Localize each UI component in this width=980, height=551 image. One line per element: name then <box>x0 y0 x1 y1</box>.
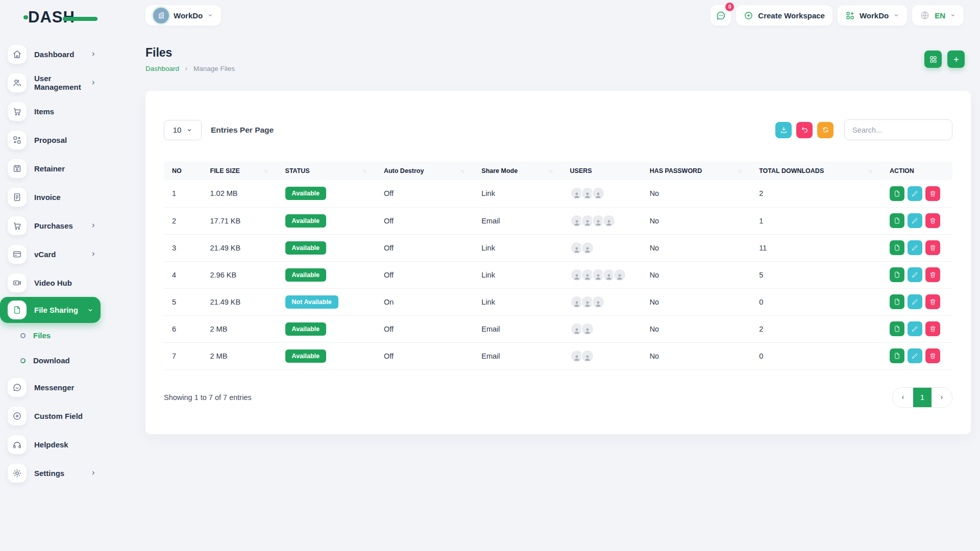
sort-icon[interactable]: ↑↓ <box>362 168 368 174</box>
status-badge: Available <box>285 268 326 282</box>
delete-button[interactable] <box>925 294 940 309</box>
edit-button[interactable] <box>908 348 922 363</box>
pencil-icon <box>911 271 919 279</box>
sidebar-item-settings[interactable]: Settings <box>0 459 119 487</box>
cell-file-size: 21.49 KB <box>202 234 277 261</box>
sidebar-subitem-download[interactable]: Download <box>0 348 119 373</box>
pencil-icon <box>911 190 919 197</box>
sort-icon[interactable]: ↑↓ <box>549 168 554 174</box>
sidebar-item-messenger[interactable]: Messenger <box>0 373 119 402</box>
sidebar-subitem-files[interactable]: Files <box>0 323 119 348</box>
sort-icon[interactable]: ↑↓ <box>738 168 743 174</box>
edit-button[interactable] <box>908 267 922 282</box>
undo-button[interactable] <box>796 122 813 138</box>
breadcrumb-dashboard-link[interactable]: Dashboard <box>145 65 179 72</box>
person-icon <box>583 354 592 362</box>
page-number-button[interactable]: 1 <box>913 387 932 408</box>
view-file-button[interactable] <box>890 321 904 336</box>
sidebar-item-video-hub[interactable]: Video Hub <box>0 268 119 297</box>
download-button[interactable] <box>775 122 792 138</box>
sidebar-item-proposal[interactable]: Proposal <box>0 126 119 154</box>
sidebar-item-file-sharing[interactable]: File Sharing <box>0 297 101 323</box>
delete-button[interactable] <box>925 267 940 282</box>
sidebar-item-helpdesk[interactable]: Helpdesk <box>0 430 119 459</box>
sidebar-item-invoice[interactable]: Invoice <box>0 183 119 211</box>
column-header-total-downloads[interactable]: TOTAL DOWNLOADS↑↓ <box>751 162 881 180</box>
messages-button[interactable]: 0 <box>710 5 731 26</box>
delete-button[interactable] <box>925 240 940 255</box>
user-avatar <box>592 187 605 200</box>
sidebar-item-user-management[interactable]: User Management <box>0 68 119 97</box>
person-icon <box>573 354 581 362</box>
add-file-button[interactable] <box>947 51 965 68</box>
bullet-icon <box>20 333 26 338</box>
sidebar-item-items[interactable]: Items <box>0 97 119 126</box>
topbar-actions: 0 Create Workspace WorkDo <box>710 5 964 26</box>
sidebar-item-label: Video Hub <box>34 279 72 287</box>
column-header-file-size[interactable]: FILE SIZE↑↓ <box>202 162 277 180</box>
proposal-icon <box>8 131 27 149</box>
sidebar-item-label: Helpdesk <box>34 440 68 449</box>
previous-page-button[interactable] <box>893 387 913 408</box>
workspace-avatar <box>153 8 169 23</box>
view-file-button[interactable] <box>890 267 904 282</box>
action-group <box>890 321 944 336</box>
view-file-button[interactable] <box>890 186 904 201</box>
column-label: HAS PASSWORD <box>650 167 702 174</box>
column-header-auto-destroy[interactable]: Auto Destroy↑↓ <box>376 162 473 180</box>
avatar-group <box>570 214 633 228</box>
app-logo[interactable]: DASH <box>28 8 75 27</box>
edit-button[interactable] <box>908 240 922 255</box>
column-header-status[interactable]: STATUS↑↓ <box>277 162 376 180</box>
person-icon <box>583 218 592 227</box>
edit-button[interactable] <box>908 294 922 309</box>
trash-icon <box>929 190 937 197</box>
cell-auto-destroy: Off <box>376 342 473 369</box>
chevron-right-icon <box>90 222 96 229</box>
edit-button[interactable] <box>908 213 922 228</box>
sort-icon[interactable]: ↑↓ <box>460 168 465 174</box>
sort-icon[interactable]: ↑↓ <box>264 168 269 174</box>
view-file-button[interactable] <box>890 213 904 228</box>
delete-button[interactable] <box>925 321 940 336</box>
delete-button[interactable] <box>925 186 940 201</box>
sidebar-item-retainer[interactable]: Retainer <box>0 154 119 183</box>
logo-accent-dot <box>23 15 28 19</box>
sort-icon[interactable]: ↑↓ <box>868 168 873 174</box>
delete-button[interactable] <box>925 348 940 363</box>
sidebar-item-dashboard[interactable]: Dashboard <box>0 40 119 68</box>
sidebar-item-purchases[interactable]: Purchases <box>0 211 119 240</box>
pencil-icon <box>911 298 919 306</box>
search-input[interactable] <box>844 119 952 140</box>
entries-per-page-select[interactable]: 10 <box>164 120 202 140</box>
sidebar-item-vcard[interactable]: vCard <box>0 240 119 268</box>
cell-status: Not Available <box>277 288 376 315</box>
create-workspace-button[interactable]: Create Workspace <box>736 5 832 26</box>
cell-no: 5 <box>164 288 202 315</box>
cell-has-password: No <box>642 342 751 369</box>
view-file-button[interactable] <box>890 294 904 309</box>
file-icon <box>893 325 901 333</box>
language-selector[interactable]: EN <box>912 5 964 26</box>
trash-icon <box>929 352 937 360</box>
grid-view-button[interactable] <box>924 51 942 68</box>
view-file-button[interactable] <box>890 240 904 255</box>
refresh-button[interactable] <box>817 122 834 138</box>
sidebar-item-custom-field[interactable]: Custom Field <box>0 402 119 430</box>
delete-button[interactable] <box>925 213 940 228</box>
column-header-share-mode[interactable]: Share Mode↑↓ <box>473 162 561 180</box>
cell-users <box>562 234 642 261</box>
view-file-button[interactable] <box>890 348 904 363</box>
workspace-selector[interactable]: WorkDo <box>145 5 221 26</box>
column-header-has-password[interactable]: HAS PASSWORD↑↓ <box>642 162 751 180</box>
trash-icon <box>929 325 937 333</box>
chat-icon <box>716 10 726 21</box>
cell-file-size: 17.71 KB <box>202 207 277 234</box>
edit-button[interactable] <box>908 321 922 336</box>
workdo-menu-button[interactable]: WorkDo <box>838 5 907 26</box>
card-icon <box>8 245 27 264</box>
edit-button[interactable] <box>908 186 922 201</box>
file-icon <box>893 217 901 224</box>
next-page-button[interactable] <box>932 387 952 408</box>
trash-icon <box>929 244 937 252</box>
